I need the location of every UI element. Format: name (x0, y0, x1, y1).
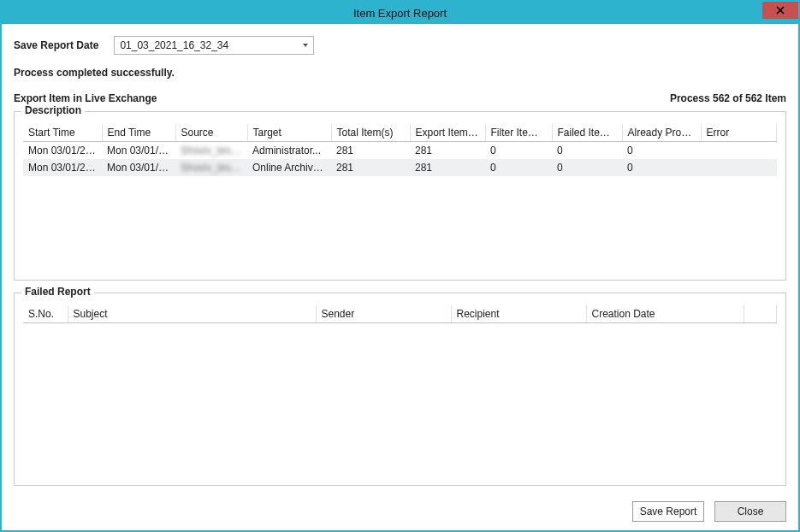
cell-filter: 0 (485, 142, 552, 160)
title-bar: Item Export Report (2, 2, 798, 24)
save-report-button[interactable]: Save Report (632, 501, 704, 522)
cell-error (701, 142, 777, 160)
cell-total: 281 (331, 159, 410, 176)
col-failed-items[interactable]: Failed Item(s) (552, 124, 622, 142)
cell-error (701, 159, 777, 176)
cell-filter: 0 (485, 159, 552, 176)
save-report-date-combobox[interactable]: 01_03_2021_16_32_34 (114, 36, 314, 55)
cell-target: Online Archive... (247, 159, 331, 176)
cell-source: Shoviv_test_nsf (175, 159, 247, 176)
chevron-down-icon (303, 44, 308, 47)
cell-failed: 0 (552, 159, 622, 176)
window-close-button[interactable] (762, 2, 798, 19)
cell-total: 281 (331, 142, 410, 160)
col-filter-items[interactable]: Filter Item(s) (485, 124, 552, 142)
table-row[interactable]: Mon 03/01/202... Mon 03/01/2... Shoviv_t… (23, 142, 777, 160)
content-area: Save Report Date 01_03_2021_16_32_34 Pro… (2, 24, 798, 530)
item-export-report-window: Item Export Report Save Report Date 01_0… (0, 0, 800, 532)
col-total-items[interactable]: Total Item(s) (331, 124, 410, 142)
col-creation[interactable]: Creation Date (586, 305, 744, 323)
col-target[interactable]: Target (247, 124, 331, 142)
description-header-row: Start Time End Time Source Target Total … (23, 124, 777, 142)
failed-report-legend: Failed Report (21, 286, 94, 298)
save-report-date-value: 01_03_2021_16_32_34 (120, 39, 228, 51)
failed-report-group: Failed Report S.No. Subject Sender Recip… (14, 293, 786, 486)
col-already-proc[interactable]: Already Proce... (622, 124, 701, 142)
save-report-date-row: Save Report Date 01_03_2021_16_32_34 (14, 36, 786, 55)
col-empty[interactable] (744, 305, 777, 323)
col-sno[interactable]: S.No. (23, 305, 68, 323)
cell-export: 281 (410, 159, 485, 176)
cell-source: Shoviv_test_nsf (175, 142, 247, 160)
cell-failed: 0 (552, 142, 622, 160)
operation-progress: Process 562 of 562 Item (670, 92, 786, 104)
col-source[interactable]: Source (175, 124, 247, 142)
operation-row: Export Item in Live Exchange Process 562… (14, 92, 786, 104)
description-group: Description Start Time End Time Source T… (14, 111, 786, 281)
cell-export: 281 (410, 142, 485, 160)
cell-start: Mon 03/01/202... (23, 142, 102, 160)
cell-already: 0 (622, 159, 701, 176)
cell-end: Mon 03/01/2... (102, 159, 175, 176)
failed-header-row: S.No. Subject Sender Recipient Creation … (23, 305, 777, 323)
save-report-date-label: Save Report Date (14, 39, 98, 51)
button-row: Save Report Close (14, 498, 786, 522)
operation-name: Export Item in Live Exchange (14, 92, 157, 104)
window-title: Item Export Report (2, 7, 798, 20)
cell-already: 0 (622, 142, 701, 160)
col-start-time[interactable]: Start Time (23, 124, 102, 142)
description-table: Start Time End Time Source Target Total … (23, 124, 777, 176)
process-status-text: Process completed successfully. (14, 67, 786, 79)
close-button[interactable]: Close (714, 501, 786, 522)
close-icon (776, 6, 785, 15)
col-sender[interactable]: Sender (316, 305, 451, 323)
cell-end: Mon 03/01/2... (102, 142, 175, 160)
cell-start: Mon 03/01/202... (23, 159, 102, 176)
col-subject[interactable]: Subject (68, 305, 316, 323)
description-legend: Description (21, 104, 85, 116)
cell-target: Administrator... (247, 142, 331, 160)
col-end-time[interactable]: End Time (102, 124, 175, 142)
col-error[interactable]: Error (701, 124, 777, 142)
failed-report-table: S.No. Subject Sender Recipient Creation … (23, 305, 777, 323)
col-recipient[interactable]: Recipient (451, 305, 586, 323)
col-export-items[interactable]: Export Item(s) (410, 124, 485, 142)
table-row[interactable]: Mon 03/01/202... Mon 03/01/2... Shoviv_t… (23, 159, 777, 176)
